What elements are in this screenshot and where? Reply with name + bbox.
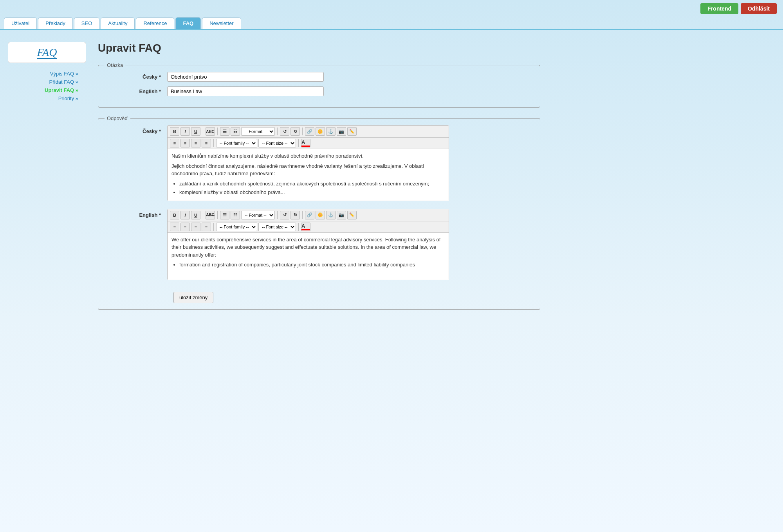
align-justify-1[interactable]: ≡ — [202, 139, 211, 147]
english-toolbar-row1: B I U ABC ☰ ☷ -- Format -- ↺ ↻ — [168, 209, 449, 221]
link-button-2[interactable]: 🔗 — [305, 211, 314, 219]
frontend-button[interactable]: Frontend — [700, 3, 738, 14]
logout-button[interactable]: Odhlásit — [741, 3, 777, 14]
english-list-item-1: formation and registration of companies,… — [179, 261, 445, 269]
content-area: Upravit FAQ Otázka Česky * English * Odp… — [98, 42, 540, 318]
ol-button-2[interactable]: ☷ — [231, 211, 240, 219]
english-content-list: formation and registration of companies,… — [179, 261, 445, 269]
nav-bar: Uživatel Překlady SEO Aktuality Referenc… — [0, 17, 783, 30]
tab-reference[interactable]: Reference — [136, 17, 174, 29]
sep2 — [217, 128, 218, 135]
czech-editor-content[interactable]: Našim klientům nabízíme komplexní služby… — [168, 149, 449, 201]
czech-list-item-1: zakládání a vznik obchodních společností… — [179, 180, 445, 188]
ul-button-2[interactable]: ☰ — [220, 211, 229, 219]
sep10 — [302, 211, 303, 219]
font-size-select-2[interactable]: -- Font size -- — [258, 223, 296, 231]
sidebar-item-pridat[interactable]: Přidat FAQ » — [49, 79, 82, 85]
align-right-2[interactable]: ≡ — [191, 223, 200, 231]
otazka-fieldset: Otázka Česky * English * — [98, 62, 540, 108]
tab-preklady[interactable]: Překlady — [38, 17, 73, 29]
sep6 — [298, 139, 299, 147]
tab-uzivatel[interactable]: Uživatel — [4, 17, 37, 29]
ul-button-1[interactable]: ☰ — [220, 127, 229, 136]
sidebar: FAQ Výpis FAQ » Přidat FAQ » Upravit FAQ… — [8, 42, 86, 318]
czech-content-para2: Jejich obchodní činnost analyzujeme, nás… — [171, 162, 445, 178]
english-content-para: We offer our clients comprehensive servi… — [171, 236, 445, 259]
page-title: Upravit FAQ — [98, 42, 540, 54]
align-center-1[interactable]: ≡ — [180, 139, 190, 147]
tab-newsletter[interactable]: Newsletter — [202, 17, 241, 29]
save-button[interactable]: uložit změny — [173, 292, 213, 303]
abc-button-2[interactable]: ABC — [206, 211, 215, 219]
format-select-1[interactable]: -- Format -- — [241, 127, 275, 136]
tab-faq[interactable]: FAQ — [175, 17, 201, 29]
redo-button-1[interactable]: ↻ — [290, 127, 300, 136]
czech-editor-section: Česky * B I U ABC ☰ ☷ -- Format -- — [105, 125, 534, 201]
sep8 — [217, 211, 218, 219]
czech-content-list: zakládání a vznik obchodních společností… — [179, 180, 445, 196]
color-button-2[interactable]: A — [301, 223, 310, 231]
sidebar-item-upravit[interactable]: Upravit FAQ » — [45, 87, 82, 93]
undo-button-2[interactable]: ↺ — [280, 211, 289, 219]
sep5 — [213, 139, 214, 147]
cesky-input[interactable] — [167, 72, 324, 82]
english-row: English * — [105, 86, 534, 96]
align-justify-2[interactable]: ≡ — [202, 223, 211, 231]
media-button-2[interactable]: 📷 — [337, 211, 346, 219]
sidebar-links: Výpis FAQ » Přidat FAQ » Upravit FAQ » P… — [8, 71, 86, 101]
align-right-1[interactable]: ≡ — [191, 139, 200, 147]
redo-button-2[interactable]: ↻ — [290, 211, 300, 219]
eraser-button-2[interactable]: ✏️ — [347, 211, 357, 219]
czech-editor-label: Česky * — [105, 125, 167, 134]
sep4 — [302, 128, 303, 135]
link-button-1[interactable]: 🔗 — [305, 127, 314, 136]
english-toolbar-row2: ≡ ≡ ≡ ≡ -- Font family -- -- Font size -… — [168, 221, 449, 233]
odpoved-fieldset: Odpověď Česky * B I U ABC ☰ ☷ — [98, 115, 540, 310]
sidebar-logo: FAQ — [8, 42, 86, 63]
english-editor-wrapper: B I U ABC ☰ ☷ -- Format -- ↺ ↻ — [167, 209, 449, 280]
sep9 — [277, 211, 278, 219]
italic-button-1[interactable]: I — [180, 127, 190, 136]
italic-button-2[interactable]: I — [180, 211, 190, 219]
english-editor-content[interactable]: We offer our clients comprehensive servi… — [168, 233, 449, 280]
sidebar-item-vypis[interactable]: Výpis FAQ » — [50, 71, 82, 77]
image-button-1[interactable]: 🌼 — [316, 127, 325, 136]
czech-editor-wrapper: B I U ABC ☰ ☷ -- Format -- ↺ ↻ — [167, 125, 449, 201]
abc-button-1[interactable]: ABC — [206, 127, 215, 136]
bold-button-2[interactable]: B — [170, 211, 179, 219]
tab-aktuality[interactable]: Aktuality — [101, 17, 135, 29]
sidebar-logo-text: FAQ — [37, 46, 57, 59]
bold-button-1[interactable]: B — [170, 127, 179, 136]
main-layout: FAQ Výpis FAQ » Přidat FAQ » Upravit FAQ… — [0, 30, 548, 325]
english-input[interactable] — [167, 86, 324, 96]
sep3 — [277, 128, 278, 135]
font-family-select-2[interactable]: -- Font family -- — [216, 223, 257, 231]
anchor-button-1[interactable]: ⚓ — [326, 127, 336, 136]
cesky-label: Česky * — [105, 74, 167, 80]
czech-toolbar-row1: B I U ABC ☰ ☷ -- Format -- ↺ ↻ — [168, 126, 449, 138]
font-size-select-1[interactable]: -- Font size -- — [258, 139, 296, 147]
image-button-2[interactable]: 🌼 — [316, 211, 325, 219]
media-button-1[interactable]: 📷 — [337, 127, 346, 136]
english-editor-section: English * B I U ABC ☰ ☷ -- Format -- — [105, 209, 534, 280]
cesky-row: Česky * — [105, 72, 534, 82]
format-select-2[interactable]: -- Format -- — [241, 211, 275, 219]
color-button-1[interactable]: A — [301, 139, 310, 147]
sep12 — [298, 223, 299, 231]
underline-button-1[interactable]: U — [191, 127, 200, 136]
odpoved-legend: Odpověď — [105, 115, 130, 121]
underline-button-2[interactable]: U — [191, 211, 200, 219]
sidebar-item-priority[interactable]: Priority » — [58, 95, 82, 101]
ol-button-1[interactable]: ☷ — [231, 127, 240, 136]
czech-toolbar-row2: ≡ ≡ ≡ ≡ -- Font family -- -- Font size -… — [168, 138, 449, 149]
eraser-button-1[interactable]: ✏️ — [347, 127, 357, 136]
undo-button-1[interactable]: ↺ — [280, 127, 289, 136]
english-editor-label: English * — [105, 209, 167, 218]
align-center-2[interactable]: ≡ — [180, 223, 190, 231]
otazka-legend: Otázka — [105, 62, 125, 68]
align-left-2[interactable]: ≡ — [170, 223, 179, 231]
tab-seo[interactable]: SEO — [74, 17, 99, 29]
font-family-select-1[interactable]: -- Font family -- — [216, 139, 257, 147]
anchor-button-2[interactable]: ⚓ — [326, 211, 336, 219]
align-left-1[interactable]: ≡ — [170, 139, 179, 147]
